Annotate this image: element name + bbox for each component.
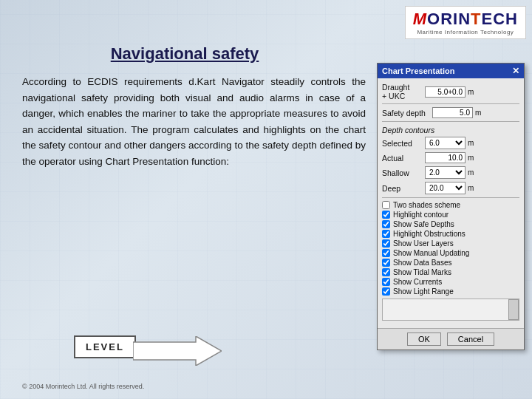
checkbox-label-cb9: Show Currents: [393, 278, 442, 286]
draught-label: Draught: [382, 83, 423, 92]
checkbox-label-cb6: Show Manual Updating: [393, 249, 469, 257]
checkbox-row-cb9: Show Currents: [382, 278, 519, 286]
safety-depth-input[interactable]: [432, 107, 473, 118]
selected-label: Selected: [382, 139, 423, 148]
checkbox-row-cb5: Show User Layers: [382, 239, 519, 248]
dialog-footer: OK Cancel: [378, 328, 524, 349]
page-title: Navigational safety: [0, 44, 369, 64]
deep-label: Deep: [382, 184, 423, 193]
checkbox-row-cb3: Show Safe Depths: [382, 220, 519, 228]
checkbox-list: Two shades schemeHighlight contourShow S…: [382, 201, 519, 296]
checkbox-label-cb2: Highlight contour: [393, 211, 449, 219]
dialog-titlebar: Chart Presentation ✕: [378, 64, 524, 78]
checkbox-label-cb10: Show Light Range: [393, 287, 454, 296]
checkbox-row-cb7: Show Data Bases: [382, 259, 519, 267]
shallow-row: Shallow 2.0 1.0 3.0 m: [382, 166, 519, 179]
actual-unit: m: [468, 154, 474, 162]
checkbox-label-cb1: Two shades scheme: [393, 201, 460, 209]
safety-depth-label: Safety depth: [382, 109, 430, 117]
checkbox-cb3[interactable]: [382, 220, 390, 228]
checkbox-cb5[interactable]: [382, 239, 390, 248]
checkbox-cb10[interactable]: [382, 287, 390, 296]
checkbox-row-cb2: Highlight contour: [382, 211, 519, 219]
scroll-area[interactable]: [382, 299, 519, 321]
checkbox-row-cb10: Show Light Range: [382, 287, 519, 296]
draught-input[interactable]: [425, 86, 466, 98]
shallow-select[interactable]: 2.0 1.0 3.0: [425, 166, 466, 179]
dialog-close-button[interactable]: ✕: [512, 66, 519, 76]
checkbox-label-cb8: Show Tidal Marks: [393, 268, 451, 276]
selected-unit: m: [468, 139, 474, 147]
shallow-label: Shallow: [382, 168, 423, 177]
dialog-body: Draught + UKC m Safety depth m Depth con…: [378, 78, 524, 328]
checkbox-cb1[interactable]: [382, 201, 390, 209]
level-button[interactable]: LEVEL: [74, 335, 136, 358]
deep-select[interactable]: 20.0 15.0 25.0: [425, 182, 466, 194]
logo-subtitle: Maritime Information Technology: [413, 29, 518, 35]
draught-row: Draught + UKC m: [382, 83, 519, 100]
logo-text: MORINTECH: [413, 10, 518, 29]
actual-input[interactable]: [425, 152, 466, 163]
chart-presentation-dialog: Chart Presentation ✕ Draught + UKC m Saf…: [377, 63, 525, 350]
actual-row: Actual m: [382, 152, 519, 163]
divider-1: [382, 103, 519, 104]
safety-depth-row: Safety depth m: [382, 107, 519, 118]
checkbox-label-cb4: Highlight Obstructions: [393, 230, 466, 238]
checkbox-cb7[interactable]: [382, 259, 390, 267]
copyright: © 2004 Morintech Ltd. All rights reserve…: [22, 383, 144, 390]
selected-row: Selected 6.0 4.0 8.0 m: [382, 137, 519, 149]
checkbox-label-cb3: Show Safe Depths: [393, 220, 454, 228]
checkbox-cb8[interactable]: [382, 268, 390, 276]
checkbox-row-cb1: Two shades scheme: [382, 201, 519, 209]
ok-button[interactable]: OK: [407, 332, 441, 346]
svg-marker-0: [133, 336, 222, 366]
selected-select[interactable]: 6.0 4.0 8.0: [425, 137, 466, 149]
deep-row: Deep 20.0 15.0 25.0 m: [382, 182, 519, 194]
checkbox-label-cb7: Show Data Bases: [393, 259, 452, 267]
dialog-title: Chart Presentation: [382, 66, 454, 75]
checkbox-cb6[interactable]: [382, 249, 390, 257]
divider-3: [382, 197, 519, 198]
logo: MORINTECH Maritime Information Technolog…: [405, 6, 526, 39]
safety-depth-unit: m: [475, 109, 481, 117]
divider-2: [382, 121, 519, 122]
deep-unit: m: [468, 184, 474, 192]
checkbox-cb2[interactable]: [382, 211, 390, 219]
arrow-icon: [133, 336, 222, 366]
draught-unit: m: [468, 88, 474, 96]
ukc-label: + UKC: [382, 92, 423, 100]
arrow-container: [133, 336, 222, 366]
checkbox-cb4[interactable]: [382, 230, 390, 238]
checkbox-cb9[interactable]: [382, 278, 390, 286]
checkbox-row-cb8: Show Tidal Marks: [382, 268, 519, 276]
checkbox-row-cb6: Show Manual Updating: [382, 249, 519, 257]
cancel-button[interactable]: Cancel: [447, 332, 494, 346]
checkbox-label-cb5: Show User Layers: [393, 239, 454, 248]
scroll-thumb[interactable]: [508, 299, 519, 320]
checkbox-row-cb4: Highlight Obstructions: [382, 230, 519, 238]
main-text: According to ECDIS requirements d.Kart N…: [22, 74, 366, 170]
depth-contours-label: Depth contours: [382, 126, 519, 134]
actual-label: Actual: [382, 154, 423, 163]
shallow-unit: m: [468, 168, 474, 177]
